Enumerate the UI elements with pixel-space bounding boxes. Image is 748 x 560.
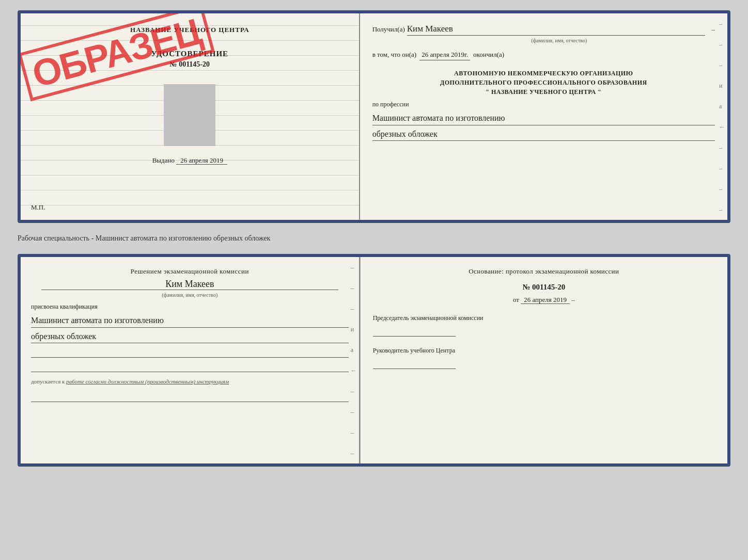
side-dashes-bottom: –––иа←––––	[351, 257, 357, 463]
issued-label: Выдано	[152, 156, 175, 164]
photo-placeholder	[164, 84, 215, 146]
protocol-date-line: от 26 апреля 2019 –	[373, 296, 715, 304]
obrazec-stamp: ОБРАЗЕЦ	[18, 19, 179, 168]
chairman-sig-line	[373, 324, 456, 337]
recipient-name: Ким Макеев	[407, 24, 706, 36]
bottom-doc-right: Основание: протокол экзаменационной коми…	[360, 257, 727, 463]
decision-text: Решением экзаменационной комиссии	[31, 267, 349, 276]
bottom-doc-left: Решением экзаменационной комиссии Ким Ма…	[21, 257, 360, 463]
blank-line-1	[31, 347, 349, 358]
school-title: НАЗВАНИЕ УЧЕБНОГО ЦЕНТРА	[31, 26, 349, 34]
qualification-line2: обрезных обложек	[31, 330, 349, 344]
person-name: Ким Макеев	[41, 279, 338, 290]
blank-line-3	[31, 392, 349, 402]
profession-label: по профессии	[372, 101, 715, 108]
separator-text: Рабочая специальность - Машинист автомат…	[18, 231, 730, 246]
recipient-line: Получил(а) Ким Макеев –	[372, 24, 715, 36]
separator-label: Рабочая специальность - Машинист автомат…	[18, 234, 270, 242]
protocol-number: № 001145-20	[373, 283, 715, 292]
profession-line2: обрезных обложек	[372, 127, 715, 141]
side-dashes: –––иа←––––	[719, 13, 725, 220]
blank-line-2	[31, 362, 349, 372]
qualification-line1: Машинист автомата по изготовлению	[31, 314, 349, 328]
bottom-document: Решением экзаменационной комиссии Ким Ма…	[18, 254, 730, 467]
org-text: АВТОНОМНУЮ НЕКОММЕРЧЕСКУЮ ОРГАНИЗАЦИЮ ДО…	[372, 69, 715, 97]
recipient-sublabel: (фамилия, имя, отчество)	[403, 38, 715, 43]
top-document: НАЗВАНИЕ УЧЕБНОГО ЦЕНТРА ОБРАЗЕЦ УДОСТОВ…	[18, 10, 730, 223]
org-line2: ДОПОЛНИТЕЛЬНОГО ПРОФЕССИОНАЛЬНОГО ОБРАЗО…	[372, 78, 715, 87]
protocol-date-prefix: от	[513, 296, 519, 303]
qualification-label: присвоена квалификация	[31, 303, 349, 311]
director-block: Руководитель учебного Центра	[373, 347, 715, 369]
допуск-text: допускается к работе согласно должностны…	[31, 378, 349, 385]
vtom-date: 26 апреля 2019г.	[419, 51, 470, 60]
org-line1: АВТОНОМНУЮ НЕКОММЕРЧЕСКУЮ ОРГАНИЗАЦИЮ	[372, 69, 715, 78]
mp-label: М.П.	[31, 203, 45, 212]
recipient-prefix: Получил(а)	[372, 25, 405, 34]
vtom-suffix: окончил(а)	[473, 51, 504, 59]
issued-line: Выдано 26 апреля 2019	[31, 156, 349, 165]
top-doc-right: Получил(а) Ким Макеев – (фамилия, имя, о…	[360, 13, 727, 220]
org-line3: " НАЗВАНИЕ УЧЕБНОГО ЦЕНТРА "	[372, 87, 715, 97]
certificate-number: № 001145-20	[31, 60, 349, 69]
director-label: Руководитель учебного Центра	[373, 347, 715, 355]
chairman-label: Председатель экзаменационной комиссии	[373, 314, 715, 322]
certificate-label: УДОСТОВЕРЕНИЕ	[31, 50, 349, 58]
osnov-text: Основание: протокол экзаменационной коми…	[373, 267, 715, 276]
profession-line1: Машинист автомата по изготовлению	[372, 111, 715, 125]
protocol-date: 26 апреля 2019	[521, 296, 570, 304]
допуск-prefix: допускается к	[31, 378, 65, 385]
person-sublabel: (фамилия, имя, отчество)	[31, 292, 349, 298]
director-sig-line	[373, 357, 456, 369]
vtom-prefix: в том, что он(а)	[372, 51, 417, 59]
допуск-italic: работе согласно должностным (производств…	[66, 378, 229, 385]
chairman-block: Председатель экзаменационной комиссии	[373, 314, 715, 337]
top-doc-left: НАЗВАНИЕ УЧЕБНОГО ЦЕНТРА ОБРАЗЕЦ УДОСТОВ…	[21, 13, 360, 220]
issued-date: 26 апреля 2019	[176, 156, 227, 165]
vtom-line: в том, что он(а) 26 апреля 2019г. окончи…	[372, 51, 715, 60]
